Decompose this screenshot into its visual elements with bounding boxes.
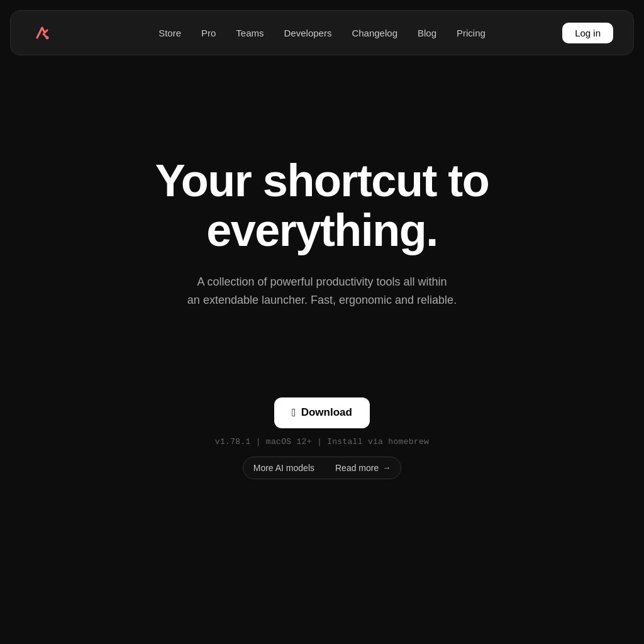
- nav-link-developers[interactable]: Developers: [277, 24, 340, 42]
- logo-icon: [31, 21, 53, 44]
- hero-section: Your shortcut to everything. A collectio…: [0, 55, 644, 517]
- navbar: Store Pro Teams Developers Changelog Blo…: [10, 10, 634, 55]
- nav-link-pricing[interactable]: Pricing: [449, 24, 493, 42]
- login-button[interactable]: Log in: [562, 23, 613, 43]
- apple-icon: : [292, 406, 296, 419]
- ai-models-badge: More AI models Read more →: [243, 457, 402, 479]
- logo[interactable]: [31, 21, 53, 44]
- download-section:  Download v1.78.1 | macOS 12+ | Install…: [215, 397, 429, 447]
- read-more-label: Read more: [335, 463, 379, 473]
- nav-link-blog[interactable]: Blog: [410, 24, 444, 42]
- svg-point-1: [46, 36, 49, 40]
- version-info: v1.78.1 | macOS 12+ | Install via homebr…: [215, 437, 429, 447]
- svg-rect-0: [31, 21, 53, 44]
- nav-link-changelog[interactable]: Changelog: [344, 24, 405, 42]
- hero-subtitle: A collection of powerful productivity to…: [187, 273, 457, 309]
- nav-link-store[interactable]: Store: [151, 24, 189, 42]
- nav-link-pro[interactable]: Pro: [194, 24, 223, 42]
- ai-models-right[interactable]: Read more →: [325, 457, 401, 479]
- download-label: Download: [301, 406, 352, 419]
- download-button[interactable]:  Download: [274, 397, 370, 428]
- hero-title: Your shortcut to everything.: [155, 156, 489, 255]
- ai-models-left[interactable]: More AI models: [243, 457, 325, 479]
- arrow-icon: →: [382, 463, 391, 472]
- nav-links: Store Pro Teams Developers Changelog Blo…: [151, 24, 493, 42]
- nav-link-teams[interactable]: Teams: [228, 24, 271, 42]
